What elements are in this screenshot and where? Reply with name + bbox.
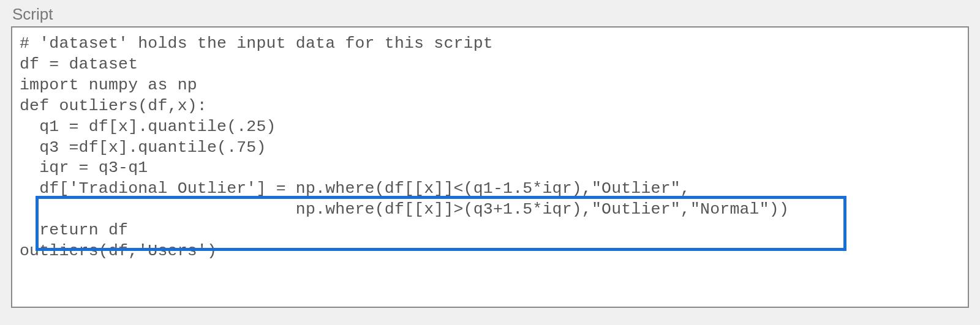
code-line: df = dataset (20, 54, 960, 75)
code-block[interactable]: # 'dataset' holds the input data for thi… (20, 34, 960, 262)
code-line: df['Tradional Outlier'] = np.where(df[[x… (20, 179, 960, 200)
code-line: import numpy as np (20, 75, 960, 96)
code-line: outliers(df,'Users') (20, 241, 960, 262)
panel-label: Script (11, 5, 969, 24)
code-line: np.where(df[[x]]>(q3+1.5*iqr),"Outlier",… (20, 200, 960, 220)
code-line: q3 =df[x].quantile(.75) (20, 138, 960, 159)
code-line: # 'dataset' holds the input data for thi… (20, 34, 960, 54)
code-line: iqr = q3-q1 (20, 158, 960, 179)
code-line: return df (20, 220, 960, 241)
code-line: def outliers(df,x): (20, 96, 960, 117)
code-line: q1 = df[x].quantile(.25) (20, 117, 960, 138)
script-editor[interactable]: # 'dataset' holds the input data for thi… (11, 26, 969, 308)
